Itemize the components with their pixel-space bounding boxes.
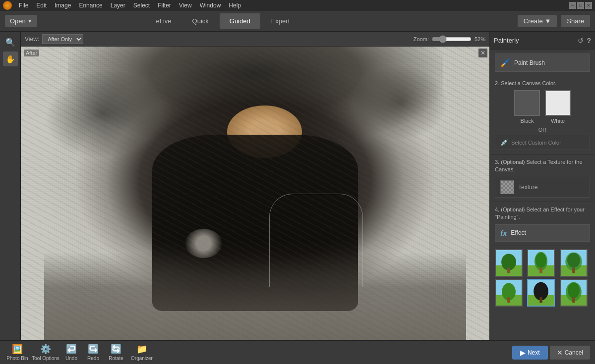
- effect-tree-1-svg: [496, 250, 522, 276]
- step2-section: 2. Select a Canvas Color. Black White OR…: [490, 76, 595, 155]
- menu-help[interactable]: Help: [225, 1, 245, 10]
- view-bar: View: After Only Zoom: 52%: [21, 32, 489, 47]
- canvas-label: After: [24, 50, 39, 56]
- panel-header: Painterly ↺ ?: [490, 32, 595, 50]
- rotate-tool[interactable]: 🔄 Rotate: [105, 344, 127, 361]
- redo-icon: ↪️: [88, 344, 99, 355]
- top-bar: Open ▼ eLive Quick Guided Expert Create …: [0, 11, 595, 32]
- hand-tool[interactable]: ✋: [3, 52, 18, 66]
- bottom-bar: 🖼️ Photo Bin ⚙️ Tool Options ↩️ Undo ↪️ …: [0, 340, 595, 364]
- open-button[interactable]: Open ▼: [5, 15, 37, 27]
- effect-label: Effect: [511, 229, 526, 236]
- share-button[interactable]: Share: [561, 15, 590, 27]
- view-label: View:: [25, 36, 39, 43]
- fx-icon: fx: [500, 229, 507, 237]
- paint-brush-button[interactable]: 🖌️ Paint Brush: [495, 53, 590, 72]
- redo-tool[interactable]: ↪️ Redo: [83, 344, 103, 361]
- view-select[interactable]: After Only: [42, 34, 83, 44]
- zoom-icon: 🔍: [5, 38, 15, 47]
- canvas-container: After ✕: [21, 47, 489, 340]
- menu-file[interactable]: File: [15, 1, 32, 10]
- svg-point-19: [568, 282, 580, 298]
- maximize-button[interactable]: □: [577, 2, 584, 9]
- organizer-label: Organizer: [131, 356, 153, 361]
- svg-rect-6: [540, 267, 543, 273]
- photo-bin-tool[interactable]: 🖼️ Photo Bin: [5, 344, 30, 361]
- effect-tree-4-svg: [496, 280, 522, 306]
- menu-edit[interactable]: Edit: [32, 1, 51, 10]
- white-color-swatch[interactable]: [545, 90, 571, 116]
- svg-point-5: [536, 253, 546, 267]
- effect-thumb-4[interactable]: [495, 279, 523, 307]
- menu-image[interactable]: Image: [51, 1, 75, 10]
- menu-layer[interactable]: Layer: [107, 1, 129, 10]
- effect-thumb-3[interactable]: [560, 249, 588, 277]
- svg-rect-2: [507, 267, 510, 273]
- white-color-container: White: [545, 90, 571, 124]
- undo-tool[interactable]: ↩️ Undo: [61, 344, 81, 361]
- step4-section: 4. (Optional) Select an Effect for your …: [490, 202, 595, 246]
- photo-bin-icon: 🖼️: [12, 344, 23, 355]
- rotate-icon: 🔄: [111, 344, 121, 355]
- main-area: 🔍 ✋ View: After Only Zoom: 52% After ✕: [0, 32, 595, 340]
- cancel-button[interactable]: ✕ Cancel: [550, 346, 590, 360]
- tab-elive[interactable]: eLive: [146, 13, 181, 29]
- menu-filter[interactable]: Filter: [154, 1, 175, 10]
- zoom-percent: 52%: [475, 36, 485, 42]
- menu-bar: File Edit Image Enhance Layer Select Fil…: [0, 0, 595, 11]
- svg-rect-16: [540, 297, 543, 303]
- zoom-label: Zoom:: [414, 36, 429, 42]
- next-button[interactable]: ▶ Next: [512, 346, 548, 360]
- cancel-label: Cancel: [565, 349, 583, 356]
- tab-quick[interactable]: Quick: [182, 13, 219, 29]
- effect-thumb-1[interactable]: [495, 249, 523, 277]
- black-color-label: Black: [521, 118, 534, 124]
- close-button[interactable]: ✕: [585, 2, 592, 9]
- create-button[interactable]: Create ▼: [518, 15, 557, 27]
- effect-tree-6-svg: [561, 280, 587, 306]
- texture-button[interactable]: Texture: [495, 177, 590, 198]
- tool-options-label: Tool Options: [32, 356, 60, 361]
- panel-help-button[interactable]: ?: [587, 37, 591, 45]
- effect-thumb-6[interactable]: [560, 279, 588, 307]
- cancel-x-icon: ✕: [557, 349, 563, 357]
- tab-expert[interactable]: Expert: [261, 13, 300, 29]
- zoom-slider[interactable]: [432, 35, 472, 43]
- menu-view[interactable]: View: [175, 1, 196, 10]
- black-color-container: Black: [514, 90, 540, 124]
- menu-select[interactable]: Select: [129, 1, 154, 10]
- rotate-label: Rotate: [109, 356, 123, 361]
- menu-enhance[interactable]: Enhance: [75, 1, 106, 10]
- painted-canvas: [21, 47, 489, 340]
- next-label: Next: [528, 349, 540, 356]
- undo-label: Undo: [65, 356, 77, 361]
- effect-button[interactable]: fx Effect: [495, 224, 590, 242]
- panel-refresh-button[interactable]: ↺: [578, 37, 584, 45]
- tool-options-tool[interactable]: ⚙️ Tool Options: [32, 344, 60, 361]
- svg-rect-20: [572, 297, 575, 303]
- organizer-icon: 📁: [136, 344, 147, 355]
- tool-options-icon: ⚙️: [40, 344, 51, 355]
- close-canvas-button[interactable]: ✕: [478, 49, 487, 57]
- black-color-swatch[interactable]: [514, 90, 540, 116]
- custom-color-label: Select Custom Color: [511, 140, 561, 146]
- eyedropper-icon: 💉: [500, 139, 508, 146]
- effect-tree-2-svg: [528, 250, 554, 276]
- effect-thumb-2[interactable]: [527, 249, 555, 277]
- hand-icon: ✋: [5, 54, 15, 64]
- custom-color-button[interactable]: 💉 Select Custom Color: [495, 135, 590, 150]
- open-dropdown-icon: ▼: [28, 19, 32, 24]
- menu-window[interactable]: Window: [196, 1, 225, 10]
- step4-label: 4. (Optional) Select an Effect for your …: [495, 206, 590, 221]
- panel-title: Painterly: [494, 37, 575, 44]
- minimize-button[interactable]: ─: [569, 2, 576, 9]
- zoom-tool[interactable]: 🔍: [3, 35, 18, 50]
- effect-thumbnails-grid: [490, 246, 595, 310]
- or-divider: OR: [495, 127, 590, 133]
- organizer-tool[interactable]: 📁 Organizer: [129, 344, 155, 361]
- effect-thumb-5[interactable]: [527, 279, 555, 307]
- undo-icon: ↩️: [66, 344, 77, 355]
- white-color-label: White: [551, 118, 565, 124]
- texture-thumbnail: [500, 180, 514, 194]
- tab-guided[interactable]: Guided: [220, 13, 260, 29]
